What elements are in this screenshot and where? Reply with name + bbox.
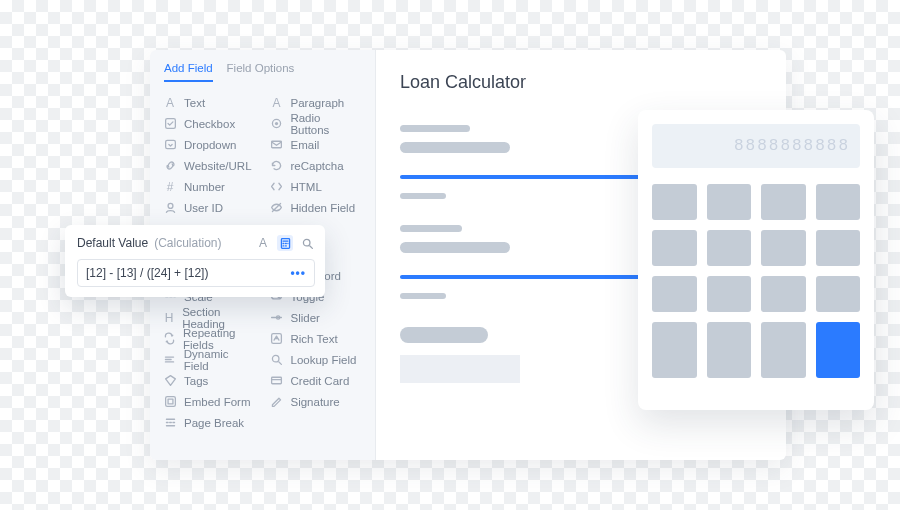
svg-point-2 (275, 122, 278, 125)
heading-icon: H (163, 311, 175, 325)
placeholder-label (400, 125, 470, 132)
more-options-icon[interactable]: ••• (290, 266, 306, 280)
link-icon (163, 159, 177, 173)
field-lookup[interactable]: Lookup Field (263, 349, 370, 370)
field-page-break[interactable]: Page Break (156, 412, 263, 433)
default-value-sublabel: (Calculation) (154, 236, 221, 250)
recaptcha-icon (270, 159, 284, 173)
default-value-label: Default Value (77, 236, 148, 250)
svg-rect-3 (165, 140, 175, 148)
field-slider[interactable]: Slider (263, 307, 370, 328)
field-userid[interactable]: User ID (156, 197, 263, 218)
calc-key[interactable] (816, 230, 861, 266)
calculator-keys (652, 184, 860, 378)
field-tags[interactable]: Tags (156, 370, 263, 391)
field-recaptcha[interactable]: reCaptcha (263, 155, 370, 176)
svg-rect-4 (272, 141, 282, 148)
svg-rect-15 (165, 397, 175, 407)
field-checkbox[interactable]: Checkbox (156, 113, 263, 134)
hash-icon: # (163, 180, 177, 194)
formula-input[interactable]: [12] - [13] / ([24] + [12]) ••• (77, 259, 315, 287)
svg-point-13 (272, 355, 279, 362)
embed-icon (163, 395, 177, 409)
dropdown-icon (163, 138, 177, 152)
calc-key[interactable] (816, 276, 861, 312)
paragraph-icon: A (270, 96, 284, 110)
text-icon: A (163, 96, 177, 110)
placeholder-label (400, 225, 462, 232)
field-repeating[interactable]: Repeating Fields (156, 328, 263, 349)
svg-rect-16 (168, 399, 173, 404)
search-icon[interactable] (299, 235, 315, 251)
checkbox-icon (163, 117, 177, 131)
calc-key[interactable] (652, 230, 697, 266)
calc-key[interactable] (652, 276, 697, 312)
calc-key[interactable] (707, 322, 752, 378)
field-text[interactable]: AText (156, 92, 263, 113)
tab-add-field[interactable]: Add Field (164, 62, 213, 82)
card-icon (270, 374, 284, 388)
calc-key[interactable] (816, 184, 861, 220)
calc-key[interactable] (707, 230, 752, 266)
field-paragraph[interactable]: AParagraph (263, 92, 370, 113)
field-email[interactable]: Email (263, 134, 370, 155)
calculator-display: 8888888888 (652, 124, 860, 168)
calc-key-equals[interactable] (816, 322, 861, 378)
placeholder-hint (400, 193, 446, 199)
field-heading[interactable]: HSection Heading (156, 307, 263, 328)
tag-icon (163, 374, 177, 388)
html-icon (270, 180, 284, 194)
signature-icon (270, 395, 284, 409)
field-richtext[interactable]: Rich Text (263, 328, 370, 349)
formula-text: [12] - [13] / ([24] + [12]) (86, 266, 208, 280)
radio-icon (270, 117, 284, 131)
sidebar-tabs: Add Field Field Options (150, 50, 375, 82)
default-value-card: Default Value (Calculation) A [12] - [13… (65, 225, 325, 297)
field-dropdown[interactable]: Dropdown (156, 134, 263, 155)
preview-title: Loan Calculator (400, 72, 766, 93)
slider-icon (270, 311, 284, 325)
repeat-icon (163, 332, 176, 346)
placeholder-box (400, 355, 520, 383)
calc-key[interactable] (761, 276, 806, 312)
calc-key[interactable] (761, 230, 806, 266)
field-number[interactable]: #Number (156, 176, 263, 197)
svg-rect-14 (272, 377, 282, 384)
field-html[interactable]: HTML (263, 176, 370, 197)
svg-point-5 (168, 203, 173, 208)
calc-key[interactable] (652, 184, 697, 220)
field-radio[interactable]: Radio Buttons (263, 113, 370, 134)
calc-key[interactable] (707, 184, 752, 220)
calc-key[interactable] (707, 276, 752, 312)
search-icon (270, 353, 284, 367)
tab-field-options[interactable]: Field Options (227, 62, 295, 82)
field-signature[interactable]: Signature (263, 391, 370, 412)
eye-off-icon (270, 201, 284, 215)
pagebreak-icon (163, 416, 177, 430)
text-mode-icon[interactable]: A (255, 235, 271, 251)
field-hidden[interactable]: Hidden Field (263, 197, 370, 218)
mail-icon (270, 138, 284, 152)
field-url[interactable]: Website/URL (156, 155, 263, 176)
calc-key[interactable] (652, 322, 697, 378)
user-icon (163, 201, 177, 215)
field-embed[interactable]: Embed Form (156, 391, 263, 412)
svg-point-18 (303, 239, 310, 246)
dynamic-icon (163, 353, 177, 367)
placeholder-value (400, 142, 510, 153)
placeholder-value (400, 242, 510, 253)
placeholder-hint (400, 293, 446, 299)
field-credit-card[interactable]: Credit Card (263, 370, 370, 391)
placeholder-button (400, 327, 488, 343)
richtext-icon (270, 332, 284, 346)
calc-key[interactable] (761, 184, 806, 220)
calculator-mode-icon[interactable] (277, 235, 293, 251)
field-dynamic[interactable]: Dynamic Field (156, 349, 263, 370)
calc-key[interactable] (761, 322, 806, 378)
calculator-card: 8888888888 (638, 110, 874, 410)
